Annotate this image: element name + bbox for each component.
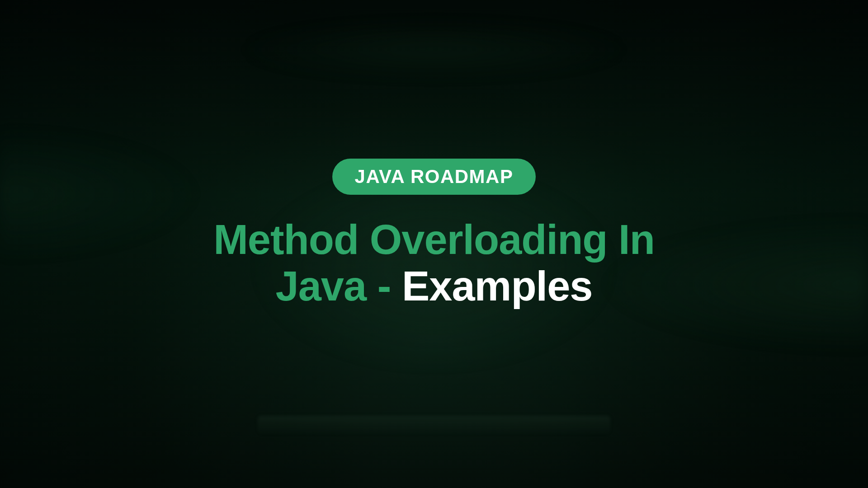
- content-container: JAVA ROADMAP Method Overloading In Java …: [0, 159, 868, 310]
- title-line2-part1: Java -: [275, 263, 401, 309]
- title-line1: Method Overloading In: [213, 216, 655, 263]
- laptop-base-hint: [258, 416, 610, 434]
- title-line2-part2: Examples: [402, 263, 593, 309]
- main-title: Method Overloading In Java - Examples: [0, 216, 868, 310]
- top-light-blur: [231, 23, 637, 77]
- category-badge: JAVA ROADMAP: [332, 159, 536, 195]
